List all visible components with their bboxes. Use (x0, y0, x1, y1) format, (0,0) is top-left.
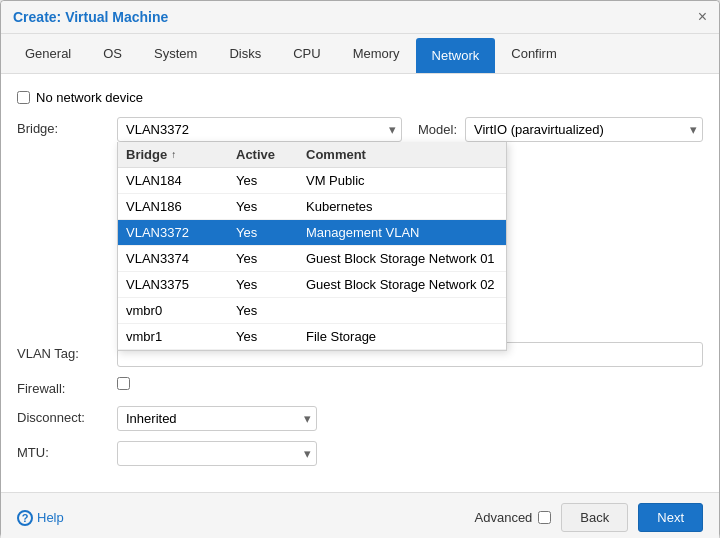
back-button[interactable]: Back (561, 503, 628, 532)
tab-os[interactable]: OS (87, 34, 138, 73)
vlan-tag-label: VLAN Tag: (17, 342, 117, 361)
firewall-label: Firewall: (17, 377, 117, 396)
dropdown-row[interactable]: VLAN184 Yes VM Public (118, 168, 506, 194)
cell-active: Yes (228, 246, 298, 271)
bridge-select[interactable]: VLAN3372 (117, 117, 402, 142)
cell-comment: VM Public (298, 168, 506, 193)
sort-arrow: ↑ (171, 149, 176, 160)
firewall-row: Firewall: (17, 377, 703, 396)
help-label: Help (37, 510, 64, 525)
tab-general[interactable]: General (9, 34, 87, 73)
model-col: Model: VirtIO (paravirtualized) (418, 117, 703, 142)
no-network-checkbox[interactable] (17, 91, 30, 104)
disconnect-label: Disconnect: (17, 406, 117, 425)
cell-active: Yes (228, 298, 298, 323)
cell-comment: Guest Block Storage Network 02 (298, 272, 506, 297)
dropdown-header: Bridge ↑ Active Comment (118, 142, 506, 168)
cell-bridge: vmbr1 (118, 324, 228, 349)
dialog-title: Create: Virtual Machine (13, 9, 168, 25)
next-button[interactable]: Next (638, 503, 703, 532)
mtu-field (117, 441, 703, 466)
dropdown-rows: VLAN184 Yes VM Public VLAN186 Yes Kubern… (118, 168, 506, 350)
cell-comment (298, 298, 506, 323)
bridge-select-wrapper: VLAN3372 (117, 117, 402, 142)
firewall-checkbox[interactable] (117, 377, 130, 390)
tab-system[interactable]: System (138, 34, 213, 73)
bridge-col: VLAN3372 Bridge ↑ Active Comment (117, 117, 402, 142)
disconnect-select[interactable]: Inherited (117, 406, 317, 431)
cell-bridge: VLAN184 (118, 168, 228, 193)
firewall-field (117, 377, 703, 393)
mtu-label: MTU: (17, 441, 117, 460)
model-select[interactable]: VirtIO (paravirtualized) (465, 117, 703, 142)
disconnect-row: Disconnect: Inherited (17, 406, 703, 431)
disconnect-field: Inherited (117, 406, 703, 431)
dropdown-row[interactable]: VLAN186 Yes Kubernetes (118, 194, 506, 220)
cell-bridge: VLAN3374 (118, 246, 228, 271)
advanced-label: Advanced (475, 510, 533, 525)
bridge-field: VLAN3372 Bridge ↑ Active Comment (117, 117, 703, 142)
no-network-row: No network device (17, 90, 703, 105)
dropdown-row[interactable]: vmbr0 Yes (118, 298, 506, 324)
cell-bridge: VLAN3375 (118, 272, 228, 297)
col-active-header: Active (228, 142, 298, 167)
dropdown-row[interactable]: VLAN3372 Yes Management VLAN (118, 220, 506, 246)
cell-active: Yes (228, 324, 298, 349)
col-comment-header: Comment (298, 142, 506, 167)
mtu-row: MTU: (17, 441, 703, 466)
dropdown-row[interactable]: VLAN3374 Yes Guest Block Storage Network… (118, 246, 506, 272)
cell-bridge: VLAN3372 (118, 220, 228, 245)
no-network-label: No network device (36, 90, 143, 105)
create-vm-dialog: Create: Virtual Machine × GeneralOSSyste… (0, 0, 720, 538)
model-select-wrapper: VirtIO (paravirtualized) (465, 117, 703, 142)
cell-active: Yes (228, 194, 298, 219)
cell-active: Yes (228, 220, 298, 245)
footer-right: Advanced Back Next (475, 503, 703, 532)
advanced-row: Advanced (475, 510, 552, 525)
footer-left: ? Help (17, 510, 64, 526)
tab-memory[interactable]: Memory (337, 34, 416, 73)
bridge-model-row: VLAN3372 Bridge ↑ Active Comment (117, 117, 703, 142)
cell-bridge: VLAN186 (118, 194, 228, 219)
tab-network[interactable]: Network (416, 38, 496, 73)
title-bar: Create: Virtual Machine × (1, 1, 719, 34)
footer: ? Help Advanced Back Next (1, 492, 719, 538)
mtu-select[interactable] (117, 441, 317, 466)
bridge-label: Bridge: (17, 117, 117, 136)
advanced-checkbox[interactable] (538, 511, 551, 524)
cell-comment: Guest Block Storage Network 01 (298, 246, 506, 271)
col-bridge-header[interactable]: Bridge ↑ (118, 142, 228, 167)
cell-comment: File Storage (298, 324, 506, 349)
help-icon: ? (17, 510, 33, 526)
bridge-dropdown: Bridge ↑ Active Comment VLAN184 Yes VM P… (117, 142, 507, 351)
tab-confirm[interactable]: Confirm (495, 34, 573, 73)
close-button[interactable]: × (698, 9, 707, 25)
tab-cpu[interactable]: CPU (277, 34, 336, 73)
model-label: Model: (418, 122, 457, 137)
help-button[interactable]: ? Help (17, 510, 64, 526)
tab-disks[interactable]: Disks (213, 34, 277, 73)
cell-comment: Management VLAN (298, 220, 506, 245)
dropdown-row[interactable]: vmbr1 Yes File Storage (118, 324, 506, 350)
cell-bridge: vmbr0 (118, 298, 228, 323)
mtu-select-wrapper (117, 441, 317, 466)
tab-bar: GeneralOSSystemDisksCPUMemoryNetworkConf… (1, 34, 719, 74)
cell-active: Yes (228, 272, 298, 297)
cell-comment: Kubernetes (298, 194, 506, 219)
dropdown-row[interactable]: VLAN3375 Yes Guest Block Storage Network… (118, 272, 506, 298)
network-content: No network device Bridge: VLAN3372 (1, 74, 719, 492)
bridge-row: Bridge: VLAN3372 Bridge (17, 117, 703, 142)
cell-active: Yes (228, 168, 298, 193)
disconnect-select-wrapper: Inherited (117, 406, 317, 431)
